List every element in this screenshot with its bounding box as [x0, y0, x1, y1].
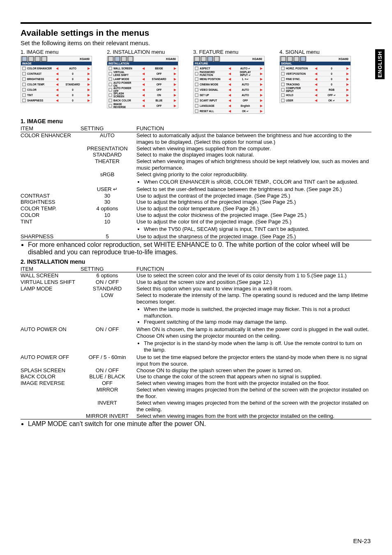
- right-arrow-icon: ▶: [346, 88, 349, 92]
- right-arrow-icon: ▶: [259, 104, 263, 108]
- col-item: ITEM: [21, 266, 81, 272]
- osd-row-name: COMPUTERINPUT: [286, 87, 314, 92]
- osd-row: WALL SCREEN◀BEIGE▶: [107, 65, 178, 71]
- left-arrow-icon: ◀: [141, 93, 145, 97]
- svg-rect-0: [22, 57, 27, 62]
- osd-row-value: BLUE: [145, 99, 173, 102]
- cell-item: TINT: [21, 219, 81, 233]
- svg-rect-12: [115, 57, 120, 62]
- osd-row-name: HORIZ. POSITION: [286, 67, 314, 70]
- osd-row-name: SCART INPUT: [199, 99, 228, 102]
- cell-item: AUTO POWER ON: [21, 326, 81, 354]
- osd-row: HORIZ. POSITION◀0▶: [280, 65, 350, 71]
- svg-rect-5: [22, 72, 25, 75]
- left-arrow-icon: ◀: [314, 67, 318, 70]
- cell-setting: AUTO: [81, 132, 136, 145]
- right-arrow-icon: ▶: [259, 88, 263, 92]
- right-arrow-icon: ▶: [346, 93, 349, 97]
- osd-row: CONTRAST◀0▶: [21, 71, 92, 76]
- table-row: BRIGHTNESS30Use to adjust the brightness…: [21, 199, 371, 205]
- osd-row-icon: [194, 109, 199, 113]
- left-arrow-icon: ◀: [314, 77, 318, 81]
- cell-setting: STANDARD: [81, 286, 136, 292]
- left-arrow-icon: ◀: [228, 67, 231, 70]
- cell-setting: PRESENTATION: [81, 145, 136, 152]
- cell-item: SPLASH SCREEN: [21, 367, 81, 374]
- right-arrow-icon: ▶: [346, 67, 349, 70]
- cell-function: Select to automatically adjust the balan…: [136, 132, 371, 145]
- svg-rect-38: [294, 57, 299, 62]
- osd-tab: [107, 56, 114, 62]
- cell-setting: 6 options: [81, 272, 136, 279]
- left-arrow-icon: ◀: [228, 83, 231, 86]
- svg-rect-21: [108, 99, 111, 101]
- svg-rect-40: [281, 67, 284, 69]
- right-arrow-icon: ▶: [259, 83, 263, 86]
- thumb-title: 3. FEATURE menu: [193, 49, 265, 55]
- osd-row-value: AUTO: [59, 67, 87, 70]
- right-arrow-icon: ▶: [173, 83, 177, 86]
- osd-row-name: RESET ALL: [199, 110, 228, 113]
- bullet: Frequent switching of the lamp mode may …: [144, 319, 369, 325]
- cell-function: Use to adjust the screen size and positi…: [136, 279, 371, 286]
- osd-row-value: 0: [59, 72, 87, 75]
- cell-item: [21, 152, 81, 158]
- right-arrow-icon: ▶: [259, 72, 263, 76]
- osd-row: COLOR ENHANCER◀AUTO▶: [21, 65, 92, 71]
- table-row: INVERTSelect when viewing images project…: [21, 400, 371, 413]
- osd-tab: [120, 56, 127, 62]
- cell-function: Select when viewing images supplied from…: [136, 145, 371, 152]
- osd-row-name: VERT.POSITION: [286, 72, 314, 75]
- osd-row: BACK COLOR◀BLUE▶: [107, 97, 178, 103]
- cell-setting: 30: [81, 199, 136, 205]
- osd-row-icon: [21, 88, 27, 92]
- cell-setting: ON / OFF: [81, 326, 136, 354]
- right-arrow-icon: ▶: [173, 88, 177, 92]
- osd-row-icon: [280, 77, 286, 81]
- cell-item: COLOR TEMP.: [21, 205, 81, 212]
- svg-rect-39: [301, 57, 306, 62]
- svg-rect-2: [35, 57, 40, 62]
- osd-row-name: USER: [286, 99, 314, 102]
- osd-row-name: MENU POSITION: [199, 78, 228, 81]
- svg-rect-44: [281, 88, 284, 91]
- svg-rect-11: [108, 57, 113, 62]
- osd-tab: [127, 56, 134, 62]
- cell-setting: INVERT: [81, 400, 136, 413]
- thumb-title: 1. IMAGE menu: [21, 49, 92, 55]
- osd-row-icon: [21, 67, 27, 70]
- cell-item: COLOR ENHANCER: [21, 132, 81, 145]
- right-arrow-icon: ▶: [173, 93, 177, 97]
- svg-rect-41: [281, 72, 284, 75]
- svg-rect-45: [281, 93, 284, 96]
- cell-setting: OFF / 5 - 60min: [81, 354, 136, 367]
- osd-row-value: RGB: [318, 88, 346, 91]
- osd-tab: [300, 56, 307, 62]
- osd-row: SHARPNESS◀0▶: [21, 97, 92, 103]
- osd-preview: XGA60SIGNALHORIZ. POSITION◀0▶VERT.POSITI…: [279, 56, 351, 103]
- cell-item: [21, 413, 81, 419]
- cell-setting: LOW: [81, 292, 136, 326]
- osd-row: SPLASHSCREEN◀ON▶: [107, 92, 178, 97]
- table-row: SPLASH SCREENON / OFFChoose ON to displa…: [21, 367, 371, 374]
- right-arrow-icon: ▶: [87, 77, 90, 81]
- osd-row-value: 0: [59, 78, 87, 81]
- svg-rect-43: [281, 83, 284, 85]
- right-arrow-icon: ▶: [259, 109, 263, 113]
- svg-rect-17: [108, 77, 111, 80]
- osd-tab: [114, 56, 121, 62]
- osd-row-icon: [107, 88, 113, 92]
- osd-row-icon: [107, 77, 113, 81]
- osd-row-name: TINT: [27, 94, 55, 97]
- cell-function: Select when viewing images of which brig…: [136, 158, 371, 171]
- right-arrow-icon: ▶: [173, 67, 177, 70]
- cell-function: Choose ON to display the splash screen w…: [136, 367, 371, 374]
- cell-setting: OFF: [81, 380, 136, 387]
- osd-row: VIRTUALLENS SHIFT◀OFF▶: [107, 71, 178, 76]
- osd-row-name: TRACKING: [286, 83, 314, 86]
- osd-row-name: SPLASHSCREEN: [113, 92, 141, 98]
- svg-rect-37: [288, 57, 293, 62]
- installation-menu-table: ITEM SETTING FUNCTION WALL SCREEN6 optio…: [21, 266, 371, 420]
- svg-rect-1: [29, 57, 34, 62]
- osd-row-value: ON: [145, 94, 173, 97]
